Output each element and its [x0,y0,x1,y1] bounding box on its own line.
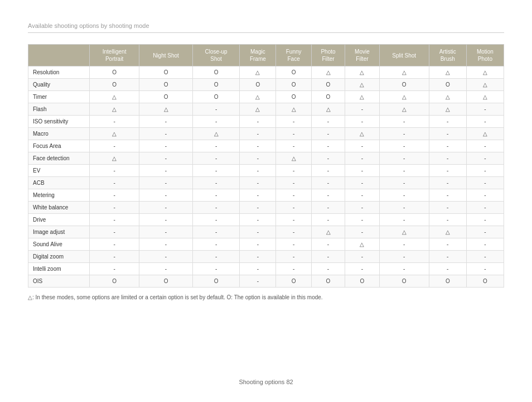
table-cell: - [379,214,429,226]
row-label: Intelli zoom [28,263,90,275]
table-cell: - [466,140,504,152]
table-cell: - [466,251,504,263]
table-row: EV---------- [28,165,504,177]
table-cell: - [379,251,429,263]
table-row: Sound Alive------△--- [28,238,504,251]
table-cell: O [345,275,379,288]
table-cell: - [311,202,345,214]
table-cell: - [311,140,345,152]
table-cell: - [311,165,345,177]
table-cell: - [240,128,276,140]
header-closeup-shot: Close-upShot [192,45,239,66]
table-cell: △ [379,66,429,79]
row-label: Timer [28,91,90,103]
table-cell: - [90,251,139,263]
table-cell: - [192,103,239,116]
table-header: IntelligentPortrait Night Shot Close-upS… [28,45,504,66]
table-cell: O [192,79,239,91]
row-label: Flash [28,103,90,116]
footnote: △: In these modes, some options are limi… [28,294,504,300]
table-cell: - [90,165,139,177]
table-cell: - [466,165,504,177]
table-cell: △ [139,103,193,116]
table-cell: - [345,140,379,152]
table-cell: O [139,66,193,79]
table-cell: △ [466,79,504,91]
page-container: Available shooting options by shooting m… [0,0,532,334]
table-cell: - [345,165,379,177]
table-cell: - [192,226,239,238]
table-cell: △ [311,103,345,116]
table-cell: - [466,214,504,226]
table-cell: - [90,189,139,202]
table-cell: O [379,275,429,288]
table-row: Metering---------- [28,189,504,202]
table-cell: - [139,152,193,165]
table-cell: - [429,238,466,251]
table-row: Drive---------- [28,214,504,226]
table-cell: - [90,116,139,128]
row-label: Macro [28,128,90,140]
table-cell: O [192,275,239,288]
table-cell: △ [240,66,276,79]
row-label: White balance [28,202,90,214]
table-cell: - [192,189,239,202]
table-cell: - [192,116,239,128]
table-row: ResolutionOOO△O△△△△△ [28,66,504,79]
table-cell: - [192,165,239,177]
table-cell: - [90,140,139,152]
table-cell: △ [379,103,429,116]
table-cell: - [240,251,276,263]
row-label: ISO sensitivity [28,116,90,128]
table-cell: - [379,238,429,251]
table-cell: O [429,79,466,91]
table-cell: - [311,189,345,202]
table-cell: - [139,214,193,226]
table-cell: - [466,263,504,275]
table-cell: - [240,177,276,189]
table-cell: - [429,263,466,275]
table-cell: △ [345,238,379,251]
table-cell: - [90,263,139,275]
table-cell: △ [466,66,504,79]
table-cell: - [276,177,311,189]
table-cell: △ [379,226,429,238]
table-cell: - [345,263,379,275]
table-cell: △ [345,79,379,91]
table-cell: △ [379,91,429,103]
table-row: White balance---------- [28,202,504,214]
table-cell: - [429,189,466,202]
table-cell: - [345,226,379,238]
row-label: Digital zoom [28,251,90,263]
table-cell: - [139,238,193,251]
row-label: Face detection [28,152,90,165]
table-cell: - [240,152,276,165]
table-cell: - [311,214,345,226]
table-cell: - [466,238,504,251]
table-row: Digital zoom---------- [28,251,504,263]
table-cell: - [192,263,239,275]
table-cell: O [139,91,193,103]
table-cell: - [276,263,311,275]
table-cell: - [276,226,311,238]
table-cell: △ [240,103,276,116]
table-row: Image adjust-----△-△△- [28,226,504,238]
table-cell: - [466,103,504,116]
table-cell: - [276,238,311,251]
table-cell: - [345,152,379,165]
table-cell: - [240,202,276,214]
table-cell: O [90,79,139,91]
table-cell: △ [429,91,466,103]
header-row: IntelligentPortrait Night Shot Close-upS… [28,45,504,66]
table-cell: - [90,177,139,189]
table-cell: - [276,251,311,263]
table-cell: - [139,177,193,189]
table-row: Face detection△---△----- [28,152,504,165]
header-motion-photo: MotionPhoto [466,45,504,66]
table-cell: - [139,202,193,214]
table-cell: - [139,251,193,263]
table-cell: △ [311,226,345,238]
table-row: Timer△OO△OO△△△△ [28,91,504,103]
table-cell: O [429,275,466,288]
table-cell: - [345,214,379,226]
